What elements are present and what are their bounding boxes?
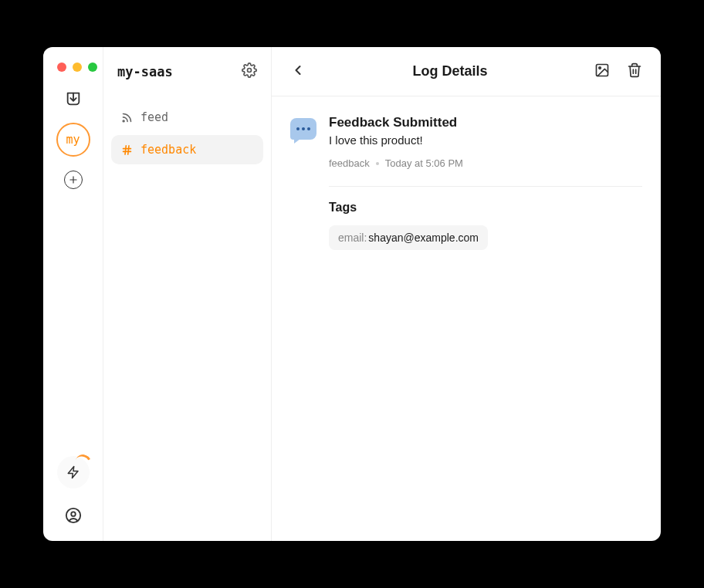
rss-icon (120, 112, 133, 123)
workspace-badge-label: my (66, 133, 80, 147)
hash-icon (120, 144, 133, 156)
log-title: Feedback Submitted (329, 115, 642, 130)
image-button[interactable] (591, 59, 613, 84)
channel-label: feedback (140, 143, 196, 157)
add-workspace-button[interactable] (64, 171, 83, 189)
minimize-window-button[interactable] (73, 63, 82, 72)
svg-line-6 (125, 145, 126, 154)
maximize-window-button[interactable] (88, 63, 97, 72)
close-window-button[interactable] (57, 63, 66, 72)
sidebar: my-saas feed feedback (103, 47, 272, 541)
log-entry: Feedback Submitted I love this product! … (290, 115, 642, 250)
content-area: Feedback Submitted I love this product! … (272, 96, 661, 269)
project-name: my-saas (117, 64, 173, 79)
inbox-icon[interactable] (63, 89, 83, 109)
settings-button[interactable] (242, 63, 257, 81)
trash-icon (627, 63, 642, 78)
channel-item-feedback[interactable]: feedback (111, 135, 263, 164)
speech-bubble-icon (290, 118, 316, 140)
back-button[interactable] (287, 59, 309, 84)
svg-line-7 (127, 145, 128, 154)
svg-point-1 (71, 512, 76, 516)
workspace-badge[interactable]: my (56, 123, 90, 157)
tag-key: email: (338, 231, 367, 244)
image-icon (594, 63, 610, 78)
main-header: Log Details (272, 47, 661, 96)
svg-point-2 (248, 69, 252, 73)
tag-pill: email: shayan@example.com (329, 225, 488, 250)
gear-icon (242, 63, 257, 78)
channel-label: feed (140, 110, 168, 124)
user-circle-icon (65, 507, 82, 524)
activity-button[interactable] (57, 456, 90, 488)
profile-button[interactable] (63, 505, 83, 525)
channel-list: feed feedback (103, 96, 271, 171)
window-controls (57, 63, 97, 72)
svg-point-9 (599, 66, 601, 69)
delete-button[interactable] (624, 59, 645, 84)
nav-rail: my (43, 47, 103, 541)
divider (329, 186, 642, 187)
separator-dot-icon (376, 162, 379, 165)
chevron-left-icon (290, 63, 306, 78)
channel-item-feed[interactable]: feed (111, 103, 263, 132)
log-timestamp: Today at 5:06 PM (385, 157, 463, 169)
app-window: my my-saas fee (43, 47, 661, 541)
sidebar-header: my-saas (103, 47, 271, 96)
log-channel-tag: feedback (329, 157, 370, 169)
tag-value: shayan@example.com (368, 231, 479, 244)
log-message: I love this product! (329, 133, 642, 147)
main-panel: Log Details Feedback Submitted I love th… (272, 47, 661, 541)
log-meta: feedback Today at 5:06 PM (329, 157, 642, 169)
page-title: Log Details (320, 63, 580, 79)
bolt-icon (66, 465, 80, 479)
svg-point-3 (123, 120, 124, 121)
tags-heading: Tags (329, 201, 642, 215)
